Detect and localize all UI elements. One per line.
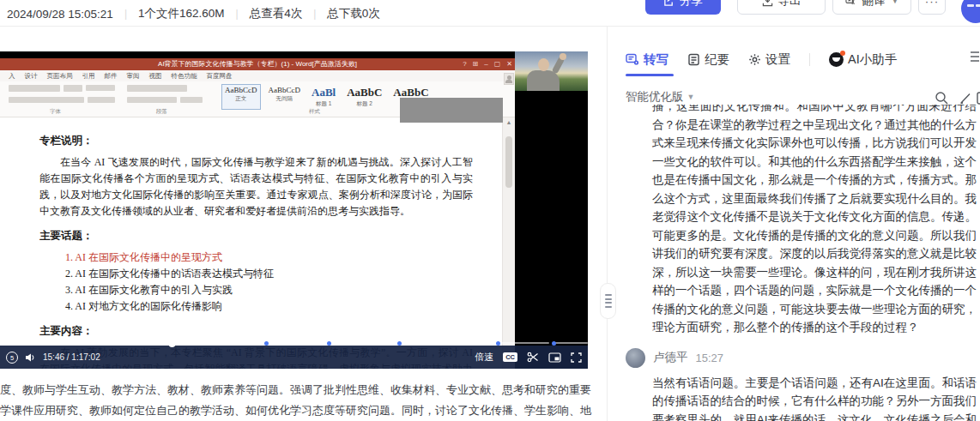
more-icon: ··· [925, 0, 940, 8]
doc-topic-2: 2. AI 在国际文化传播中的话语表达模式与特征 [39, 266, 473, 282]
tab-transcript[interactable]: 转写 [626, 51, 668, 68]
privacy-blur-box [400, 98, 503, 123]
presenter-body [527, 70, 560, 91]
ribbon-tab: 页面布局 [47, 72, 73, 81]
ribbon-tab: 审阅 [127, 72, 140, 81]
chapter-marker-dot[interactable] [397, 341, 402, 346]
transcript-body[interactable]: 播，这里面的文化传播和。和国际中文教育哪个方面来进行结合？你是在课堂的教学过程之… [608, 105, 980, 421]
share-icon [663, 0, 675, 7]
recording-datetime: 2024/09/28 15:05:21 [7, 8, 113, 21]
progress-segment [175, 342, 380, 344]
subtitles-cc-button[interactable]: CC [503, 352, 517, 362]
font-name-box [9, 85, 60, 92]
minutes-doc-icon [687, 53, 700, 66]
export-label: 导出 [778, 0, 802, 9]
export-button[interactable]: 导出 [737, 0, 826, 15]
ribbon-tab: 入 [9, 72, 15, 81]
tab-ai-assistant-label: AI小助手 [848, 51, 897, 68]
tab-ai-assistant[interactable]: AI小助手 [829, 51, 897, 68]
translate-button[interactable]: 翻译 ▼ [832, 0, 911, 15]
tab-minutes-label: 纪要 [705, 51, 729, 68]
word-ribbon: 字体 段落 样式 AaBbCcD 正文 AaBbCcD 无间隔 AaBl 标题 [0, 81, 515, 117]
chapter-marker-dot[interactable] [552, 341, 556, 346]
more-actions-button[interactable]: ··· [918, 0, 946, 15]
doc-topic-4: 4. AI 对地方文化的国际化传播影响 [39, 298, 473, 315]
chapter-marker-dot[interactable] [496, 341, 500, 346]
style-no-spacing[interactable]: AaBbCcD 无间隔 [265, 84, 305, 110]
version-label: 智能优化版 [626, 89, 684, 105]
video-player[interactable]: AI背景下的国际文化传播与教学（专栏）(1) - Word[产品激活失败] ? … [0, 51, 588, 369]
recording-playback-page: 2024/09/28 15:05:21 | 1个文件162.60M | 总查看4… [0, 0, 980, 421]
translate-icon [845, 0, 857, 7]
chapter-marker-dot[interactable] [264, 341, 269, 346]
clip-scissors-button[interactable] [527, 352, 539, 363]
tab-settings[interactable]: 设置 [748, 51, 790, 68]
doc-topic-1: 1. AI 在国际文化传播中的呈现方式 [39, 250, 473, 266]
minimize-icon: – [484, 58, 487, 70]
ribbon-tab: 百度网盘 [207, 72, 233, 81]
word-window-controls: ? ⊞ – ▢ ✕ [463, 58, 512, 70]
chapter-marker-dot[interactable] [327, 341, 331, 346]
picture-in-picture-button[interactable] [548, 352, 561, 363]
font-color-buttons [88, 97, 115, 103]
scroll-up-arrow[interactable]: ▲ [503, 119, 515, 125]
paragraph-list-buttons [127, 85, 187, 92]
doc-heading-content: 主要内容： [39, 323, 473, 340]
tab-minutes[interactable]: 纪要 [687, 51, 729, 68]
help-icon: ? [463, 58, 466, 70]
rewind-label: 5 [10, 354, 14, 362]
font-grow-shrink [86, 85, 115, 91]
ai-summary-line-1: 度、教师与学生互动、教学方法、教材、教师素养等问题。强调了批判性思维、收集材料、… [0, 382, 607, 398]
speaker-avatar [626, 348, 645, 368]
volume-icon[interactable] [25, 352, 36, 363]
doc-heading-topics: 主要话题： [39, 228, 473, 244]
collapse-panel-icon[interactable] [970, 50, 980, 67]
group-label-paragraph: 段落 [156, 108, 167, 116]
group-label-font: 字体 [50, 108, 61, 116]
transcript-version-dropdown[interactable]: 智能优化版 ▼ [626, 89, 694, 105]
ribbon-toggle-icon: ⊞ [473, 58, 479, 70]
translate-label: 翻译 [862, 0, 886, 9]
shading-border-buttons [180, 97, 203, 103]
transcript-paragraph[interactable]: 播，这里面的文化传播和。和国际中文教育哪个方面来进行结合？你是在课堂的教学过程之… [652, 105, 977, 337]
notification-dot [840, 51, 845, 56]
word-window-video-frame: AI背景下的国际文化传播与教学（专栏）(1) - Word[产品激活失败] ? … [0, 58, 515, 369]
presenter-hand [560, 53, 566, 60]
tab-transcript-label: 转写 [644, 51, 668, 68]
speaker-timestamp[interactable]: 15:27 [696, 352, 724, 364]
playhead-handle[interactable] [168, 340, 176, 347]
transcript-icon [626, 53, 639, 66]
word-title: AI背景下的国际文化传播与教学（专栏）(1) - Word[产品激活失败] [158, 60, 357, 68]
download-count: 总下载0次 [327, 6, 380, 21]
badge-glyph [967, 4, 974, 7]
style-normal[interactable]: AaBbCcD 正文 [221, 84, 261, 110]
style-heading1[interactable]: AaBl 标题 1 [308, 84, 339, 110]
word-title-bar: AI背景下的国际文化传播与教学（专栏）(1) - Word[产品激活失败] ? … [0, 58, 515, 70]
ribbon-tab: 引用 [82, 72, 95, 81]
speaker-row: 卢德平 15:27 [626, 348, 980, 368]
rewind-5s-button[interactable]: 5 [6, 352, 18, 364]
font-size-box [64, 85, 82, 92]
recording-meta: 2024/09/28 15:05:21 | 1个文件162.60M | 总查看4… [7, 6, 380, 21]
progress-played [0, 342, 172, 344]
panel-resize-handle[interactable] [600, 283, 616, 319]
top-header: 2024/09/28 15:05:21 | 1个文件162.60M | 总查看4… [0, 0, 980, 27]
presenter-face [538, 58, 549, 71]
style-heading2[interactable]: AaBbC 标题 2 [343, 84, 385, 110]
fullscreen-button[interactable] [571, 352, 582, 363]
transcript-paragraph[interactable]: 当然有话语问题。主要是个话语问题，还有AI在这里面。和话语的传播话语的结合的时候… [652, 374, 977, 421]
playback-progress-bar[interactable] [0, 339, 588, 346]
file-count-size: 1个文件162.60M [138, 6, 225, 21]
divider: | [313, 8, 316, 20]
chevron-down-icon: ▼ [892, 0, 899, 5]
player-control-bar: 5 15:46 / 1:17:02 倍速 CC [0, 346, 588, 369]
progress-segment [554, 342, 588, 344]
ribbon-tab: 设计 [25, 72, 38, 81]
share-button[interactable]: 分享 [645, 0, 721, 15]
active-tab-underline [626, 74, 674, 76]
scroll-thumb[interactable] [505, 136, 512, 188]
word-scrollbar[interactable]: ▲ [502, 117, 515, 369]
divider: | [124, 8, 127, 20]
ai-assistant-icon [829, 52, 844, 67]
playback-speed-button[interactable]: 倍速 [475, 351, 493, 364]
